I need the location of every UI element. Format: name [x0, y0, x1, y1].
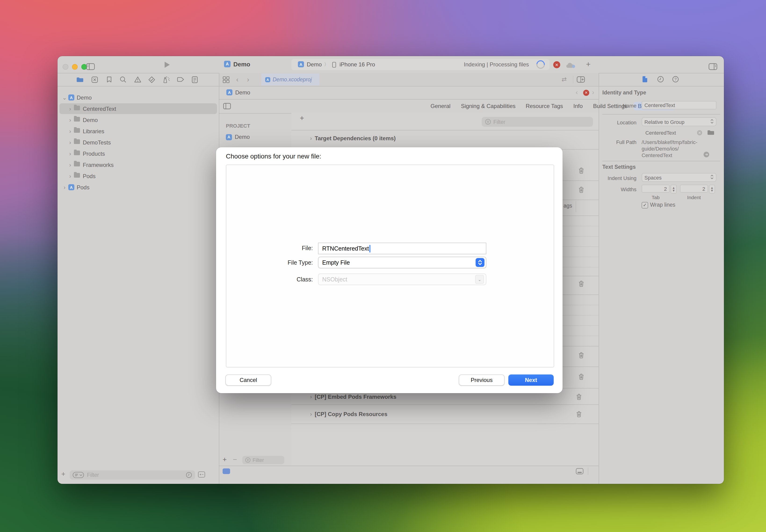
add-target-icon[interactable]: +	[223, 455, 227, 463]
tab-info[interactable]: Info	[573, 103, 583, 109]
disclosure-icon[interactable]: ›	[67, 117, 73, 123]
library-add-icon[interactable]: +	[586, 60, 591, 69]
cloud-icon[interactable]	[565, 62, 576, 68]
disclosure-icon[interactable]: ›	[67, 139, 73, 146]
clear-location-icon[interactable]	[697, 130, 702, 136]
phase-row-target-dependencies[interactable]: › Target Dependencies (0 items)	[291, 133, 599, 144]
project-navigator: ⌄ Demo › CenteredText › Demo › Libraries…	[57, 86, 219, 469]
toggle-navigator-icon[interactable]	[86, 63, 95, 70]
disclosure-icon[interactable]: ›	[67, 173, 73, 179]
choose-folder-icon[interactable]	[707, 129, 715, 136]
traffic-close-button[interactable]	[63, 64, 68, 70]
location-popup[interactable]: Relative to Group	[642, 117, 716, 126]
tree-item-demotests[interactable]: › DemoTests	[59, 137, 217, 148]
tree-item-pods-project[interactable]: › Pods	[59, 182, 217, 193]
tab-width-field[interactable]: 2	[642, 185, 670, 193]
tab-general[interactable]: General	[431, 103, 450, 109]
indent-width-stepper[interactable]: ▲▼	[709, 185, 715, 194]
next-button[interactable]: Next	[508, 374, 554, 386]
delete-phase-icon[interactable]	[579, 280, 584, 287]
delete-phase-icon[interactable]	[576, 411, 582, 417]
issues-navigator-icon[interactable]	[134, 76, 141, 83]
cancel-button[interactable]: Cancel	[225, 374, 271, 386]
text-settings-header: Text Settings	[602, 164, 636, 170]
tree-item-pods-group[interactable]: › Pods	[59, 171, 217, 181]
find-navigator-icon[interactable]	[120, 76, 126, 83]
breadcrumb-app-icon[interactable]	[223, 468, 230, 474]
recent-files-clock-icon[interactable]	[186, 472, 192, 478]
debug-navigator-icon[interactable]	[163, 76, 170, 83]
tree-item-demo-project[interactable]: ⌄ Demo	[59, 92, 217, 103]
jumpbar-back-icon[interactable]: ‹	[576, 88, 578, 96]
history-inspector-icon[interactable]	[657, 76, 664, 83]
disclosure-icon[interactable]: ›	[67, 105, 73, 112]
project-navigator-icon[interactable]	[76, 77, 84, 83]
tab-resource-tags[interactable]: Resource Tags	[526, 103, 563, 109]
scheme-destination[interactable]: iPhone 16 Pro	[339, 61, 375, 68]
tree-item-frameworks[interactable]: › Frameworks	[59, 159, 217, 170]
forward-icon[interactable]: ›	[247, 75, 249, 83]
run-icon[interactable]	[164, 61, 170, 68]
add-file-icon[interactable]: +	[61, 470, 65, 478]
show-sidebar-editor-icon[interactable]	[223, 103, 231, 109]
delete-phase-icon[interactable]	[579, 187, 584, 193]
remove-target-icon[interactable]: −	[233, 455, 237, 463]
file-type-popup[interactable]: Empty File	[318, 257, 486, 268]
previous-button[interactable]: Previous	[459, 374, 505, 386]
disclosure-icon[interactable]: ›	[67, 150, 73, 157]
disclosure-icon[interactable]: ›	[62, 184, 67, 191]
disclosure-icon[interactable]: ⌄	[62, 94, 67, 101]
phase-row-copy-pods-resources[interactable]: › [CP] Copy Pods Resources	[291, 409, 599, 420]
tree-item-libraries[interactable]: › Libraries	[59, 126, 217, 137]
targets-filter-field[interactable]: Filter	[242, 456, 284, 464]
error-badge-icon[interactable]: ✕	[553, 61, 560, 68]
tests-navigator-icon[interactable]	[148, 76, 155, 83]
build-phases-filter-field[interactable]: Filter	[482, 117, 593, 127]
tab-demo-xcodeproj[interactable]: Demo.xcodeproj	[261, 73, 319, 86]
file-name-input[interactable]: RTNCenteredText	[318, 243, 486, 254]
add-build-phase-icon[interactable]: +	[300, 114, 304, 122]
indent-width-field[interactable]: 2	[680, 185, 708, 193]
tree-item-centeredtext[interactable]: › CenteredText	[59, 103, 217, 114]
delete-phase-icon[interactable]	[579, 374, 584, 380]
jumpbar-title[interactable]: Demo	[235, 89, 250, 96]
tab-signing-capabilities[interactable]: Signing & Capabilities	[461, 103, 516, 109]
add-editor-icon[interactable]	[577, 76, 585, 83]
tree-item-demo-group[interactable]: › Demo	[59, 115, 217, 125]
tab-overview-icon[interactable]	[223, 76, 230, 83]
name-field[interactable]: CenteredText	[642, 101, 716, 109]
disclosure-icon[interactable]: ›	[310, 135, 312, 142]
filter-mode-icon[interactable]	[72, 472, 84, 478]
traffic-minimize-button[interactable]	[72, 64, 78, 70]
delete-phase-icon[interactable]	[579, 167, 584, 174]
dialog-title: Choose options for your new file:	[226, 152, 321, 160]
breakpoints-navigator-icon[interactable]	[177, 77, 184, 82]
disclosure-icon[interactable]: ›	[310, 394, 312, 400]
source-control-status-icon[interactable]	[198, 471, 205, 478]
back-icon[interactable]: ‹	[236, 75, 238, 83]
project-panel-item-demo[interactable]: Demo	[226, 134, 250, 140]
delete-phase-icon[interactable]	[576, 394, 582, 400]
wrap-lines-checkbox[interactable]: ✓	[642, 202, 648, 208]
navigator-filter-field[interactable]: Filter	[70, 470, 195, 480]
class-combo-disabled[interactable]: NSObject ⌄	[318, 273, 486, 285]
jumpbar-forward-icon[interactable]: ›	[592, 88, 594, 96]
disclosure-icon[interactable]: ›	[67, 128, 73, 134]
bookmarks-navigator-icon[interactable]	[107, 76, 112, 83]
jumpbar-error-badge-icon[interactable]: ✕	[583, 90, 589, 96]
toggle-inspector-icon[interactable]	[709, 63, 717, 70]
source-control-navigator-icon[interactable]	[91, 76, 98, 83]
indent-using-popup[interactable]: Spaces	[642, 173, 716, 182]
file-inspector-icon[interactable]	[642, 76, 648, 83]
disclosure-icon[interactable]: ›	[310, 411, 312, 417]
scheme-project[interactable]: Demo	[307, 61, 322, 68]
reports-navigator-icon[interactable]	[192, 76, 198, 83]
open-path-arrow-icon[interactable]	[703, 151, 709, 158]
delete-phase-icon[interactable]	[579, 352, 584, 359]
tab-width-stepper[interactable]: ▲▼	[671, 185, 677, 194]
tree-item-products[interactable]: › Products	[59, 148, 217, 159]
help-inspector-icon[interactable]: ?	[672, 76, 679, 83]
swap-editor-icon[interactable]: ⇄	[562, 76, 567, 83]
toggle-bottom-bar-icon[interactable]	[576, 468, 584, 474]
disclosure-icon[interactable]: ›	[67, 162, 73, 168]
